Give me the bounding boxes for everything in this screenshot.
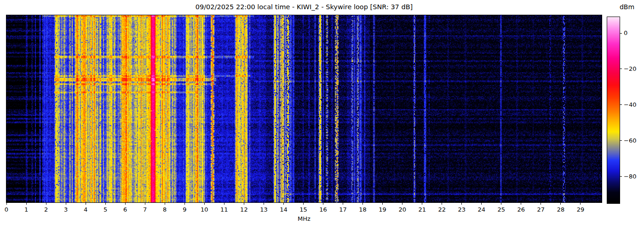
x-tick-label: 1 (19, 206, 33, 213)
x-tick-label: 20 (396, 206, 409, 213)
x-tick-label: 27 (534, 206, 548, 213)
colorbar-tick-label: −60 (624, 137, 636, 144)
x-tick-label: 3 (59, 206, 73, 213)
x-tick-label: 6 (118, 206, 132, 213)
x-tick-mark (26, 203, 27, 205)
colorbar-tick-label: −80 (624, 173, 636, 180)
x-tick-mark (362, 203, 363, 205)
waterfall-plot-frame (6, 15, 602, 203)
colorbar-tick-mark (620, 176, 622, 177)
x-tick-mark (343, 203, 343, 205)
x-tick-label: 10 (197, 206, 211, 213)
x-tick-label: 26 (514, 206, 528, 213)
x-tick-mark (461, 203, 462, 205)
x-tick-label: 8 (158, 206, 172, 213)
chart-title: 09/02/2025 22:00 local time - KIWI_2 - S… (6, 3, 602, 11)
x-tick-mark (501, 203, 501, 205)
x-tick-label: 18 (356, 206, 370, 213)
x-tick-label: 2 (39, 206, 53, 213)
x-tick-label: 25 (494, 206, 508, 213)
x-tick-mark (244, 203, 244, 205)
x-tick-label: 12 (237, 206, 251, 213)
x-tick-mark (402, 203, 402, 205)
x-tick-label: 9 (178, 206, 191, 213)
x-tick-mark (540, 203, 541, 205)
colorbar-tick-label: −40 (624, 101, 636, 108)
colorbar-tick-mark (620, 140, 622, 141)
x-tick-label: 4 (79, 206, 92, 213)
x-tick-label: 17 (336, 206, 350, 213)
x-tick-label: 0 (0, 206, 13, 213)
x-tick-mark (184, 203, 185, 205)
x-tick-label: 14 (276, 206, 290, 213)
x-tick-mark (224, 203, 224, 205)
x-tick-label: 23 (455, 206, 469, 213)
x-tick-mark (521, 203, 521, 205)
x-tick-label: 28 (554, 206, 568, 213)
colorbar-tick-label: −20 (624, 65, 636, 72)
x-tick-mark (125, 203, 126, 205)
x-tick-mark (105, 203, 106, 205)
x-tick-label: 22 (435, 206, 449, 213)
x-tick-mark (264, 203, 264, 205)
x-tick-label: 19 (376, 206, 390, 213)
colorbar-frame (607, 17, 620, 204)
x-tick-label: 21 (415, 206, 429, 213)
x-tick-mark (283, 203, 284, 205)
x-axis-unit-label: MHz (6, 215, 602, 222)
x-tick-label: 24 (475, 206, 489, 213)
x-tick-mark (442, 203, 442, 205)
x-tick-mark (6, 203, 7, 205)
x-tick-mark (580, 203, 581, 205)
colorbar-tick-mark (620, 104, 622, 105)
x-tick-mark (66, 203, 66, 205)
x-tick-mark (46, 203, 46, 205)
x-tick-label: 29 (574, 206, 587, 213)
x-tick-label: 13 (257, 206, 270, 213)
x-tick-label: 15 (296, 206, 310, 213)
x-tick-mark (86, 203, 86, 205)
x-tick-label: 11 (217, 206, 231, 213)
x-tick-label: 5 (98, 206, 112, 213)
colorbar-unit-label: dBm (615, 3, 639, 11)
x-tick-mark (145, 203, 145, 205)
x-tick-mark (382, 203, 383, 205)
x-tick-label: 16 (316, 206, 330, 213)
waterfall-canvas (6, 15, 602, 202)
x-tick-mark (303, 203, 304, 205)
colorbar-tick-mark (620, 69, 622, 69)
x-tick-mark (165, 203, 165, 205)
colorbar-tick-mark (620, 33, 622, 34)
x-tick-mark (422, 203, 422, 205)
spectrogram-page: 09/02/2025 22:00 local time - KIWI_2 - S… (0, 0, 644, 230)
x-tick-mark (560, 203, 561, 205)
x-tick-label: 7 (138, 206, 152, 213)
colorbar-gradient (607, 17, 620, 203)
x-tick-mark (481, 203, 482, 205)
x-tick-mark (323, 203, 323, 205)
colorbar-tick-label: 0 (624, 29, 627, 36)
x-tick-mark (204, 203, 205, 205)
